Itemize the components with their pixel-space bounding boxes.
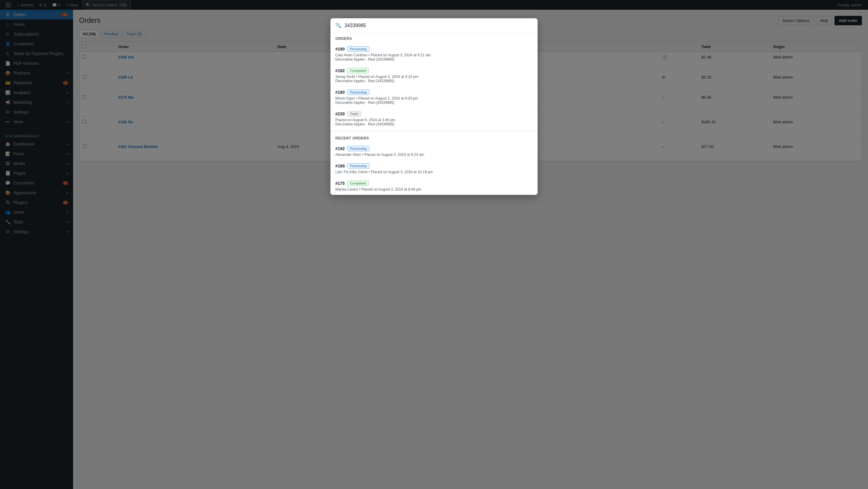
search-result-190[interactable]: #190 Processing Caio Alves Cardoso • Pla… [331, 43, 537, 65]
search-result-182[interactable]: #182 Completed Senay Kinfe • Placed on A… [331, 65, 537, 87]
search-result-230[interactable]: #230 Trash Placed on August 6, 2024 at 3… [331, 108, 537, 130]
recent-section-title: Recent orders [331, 132, 537, 143]
search-modal: 🔍 Orders #190 Processing Caio Alves Card… [331, 18, 537, 195]
search-result-180[interactable]: #180 Processing Mezei Oguz • Placed on A… [331, 87, 537, 108]
section-divider [331, 131, 537, 131]
search-results: Orders #190 Processing Caio Alves Cardos… [331, 33, 537, 195]
search-result-recent-192[interactable]: #192 Processing Alexander Klein • Placed… [331, 143, 537, 160]
search-input-wrap: 🔍 [331, 18, 537, 33]
search-result-recent-175[interactable]: #175 Completed Marisa Castro • Placed on… [331, 177, 537, 195]
search-overlay[interactable]: 🔍 Orders #190 Processing Caio Alves Card… [0, 0, 868, 489]
orders-section-title: Orders [331, 33, 537, 43]
search-modal-icon: 🔍 [335, 23, 341, 28]
search-modal-input[interactable] [344, 23, 533, 28]
search-result-recent-189[interactable]: #189 Processing Lâm Thị Kiều Chinh • Pla… [331, 160, 537, 177]
